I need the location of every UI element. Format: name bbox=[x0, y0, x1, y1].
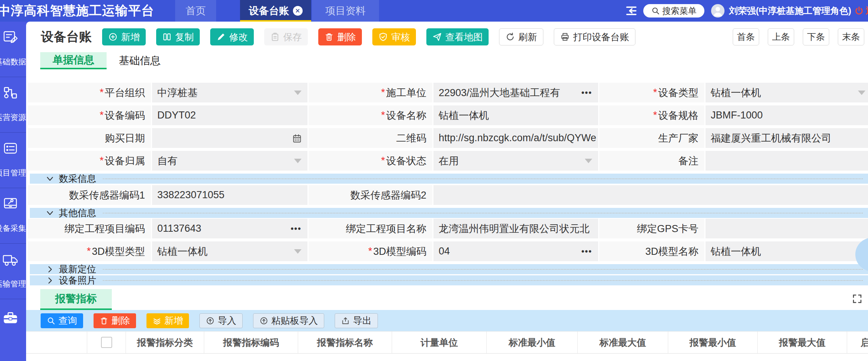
column-header[interactable]: 标准最大值 bbox=[578, 332, 668, 353]
trash-icon bbox=[324, 32, 334, 42]
import-button[interactable]: 导入 bbox=[199, 313, 243, 328]
avatar[interactable] bbox=[711, 4, 725, 18]
form-row: 绑定工程项目编码 01137643 ••• 绑定工程项目名称 龙湾温州伟明置业有… bbox=[28, 219, 868, 238]
alarm-delete-button[interactable]: 删除 bbox=[94, 313, 136, 328]
ownership-select[interactable]: 自有 bbox=[152, 151, 307, 171]
fullscreen-icon[interactable] bbox=[852, 293, 863, 304]
column-header[interactable]: 计量单位 bbox=[392, 332, 487, 353]
form-row: 购买日期 bbox=[28, 128, 868, 148]
add-button[interactable]: 新增 bbox=[102, 28, 146, 45]
construction-unit-field[interactable]: 22903/温州大地基础工程有 ••• bbox=[433, 83, 598, 102]
qr-code-field[interactable]: http://sg.nbzcgk.com/a/t/sub/QYWe bbox=[433, 128, 598, 148]
required-mark: * bbox=[653, 110, 657, 121]
next-record-button[interactable]: 下条 bbox=[803, 28, 829, 45]
required-mark: * bbox=[381, 155, 385, 167]
model3d-code-field[interactable]: 04 ••• bbox=[433, 241, 598, 261]
chevron-down-icon bbox=[45, 174, 54, 183]
refresh-icon bbox=[505, 32, 515, 42]
alarm-add-button[interactable]: 新增 bbox=[146, 313, 189, 328]
tab-base-info[interactable]: 基础信息 bbox=[107, 52, 173, 69]
model3d-name-field[interactable]: 钻植一体机 bbox=[706, 241, 868, 261]
close-icon[interactable]: ✕ bbox=[293, 6, 303, 16]
section-data-collection[interactable]: 数采信息 bbox=[30, 174, 868, 184]
sidebar-item-transport-management[interactable]: 运输管理 bbox=[0, 244, 26, 299]
form-row: * 设备编码 DDYT02 * 设备名称 钻植一体机 * bbox=[28, 105, 868, 125]
purchase-date-label: 购买日期 bbox=[28, 128, 151, 148]
device-spec-field[interactable]: JBMF-1000 bbox=[706, 105, 868, 125]
sensor-code1-field[interactable]: 338223071055 bbox=[152, 185, 307, 205]
select-all-checkbox[interactable] bbox=[101, 337, 112, 348]
upload-icon bbox=[259, 316, 268, 325]
last-record-button[interactable]: 末条 bbox=[838, 28, 864, 45]
search-menu-button[interactable]: 搜索菜单 bbox=[643, 4, 704, 18]
manufacturer-label: 生产厂家 bbox=[599, 128, 704, 148]
section-divider-line bbox=[103, 213, 863, 213]
ellipsis-button[interactable]: ••• bbox=[581, 247, 592, 256]
manufacturer-field[interactable]: 福建厦兴重工机械有限公司 bbox=[706, 128, 868, 148]
device-code-label: * 设备编码 bbox=[28, 105, 151, 125]
device-type-select[interactable]: 钻植一体机 bbox=[706, 83, 868, 102]
section-other-info[interactable]: 其他信息 bbox=[30, 208, 868, 218]
sidebar-item-device-collection[interactable]: 设备采集 bbox=[0, 188, 26, 244]
sensor-code2-field[interactable] bbox=[433, 185, 868, 205]
print-button[interactable]: 打印设备台账 bbox=[554, 28, 635, 45]
view-map-button[interactable]: 查看地图 bbox=[426, 28, 489, 45]
column-header[interactable]: 报警指标名称 bbox=[298, 332, 392, 353]
model3d-type-select[interactable]: 钻植一体机 bbox=[152, 241, 307, 261]
gps-card-field[interactable] bbox=[706, 219, 868, 238]
column-header[interactable]: 报警指标分类 bbox=[126, 332, 204, 353]
sidebar-item-project-management[interactable]: 项目管理 bbox=[0, 133, 26, 188]
tab-doc-info[interactable]: 单据信息 bbox=[40, 52, 107, 69]
device-name-field[interactable]: 钻植一体机 bbox=[433, 105, 598, 125]
sidebar-item-base-data[interactable]: 基础数据 bbox=[0, 22, 26, 77]
purchase-date-field[interactable] bbox=[152, 128, 307, 148]
export-icon bbox=[341, 316, 350, 325]
calendar-icon[interactable] bbox=[292, 133, 302, 143]
platform-org-select[interactable]: 中淳桩基 bbox=[152, 83, 307, 102]
logout-button[interactable]: 退出 bbox=[854, 5, 868, 17]
export-button[interactable]: 导出 bbox=[335, 313, 378, 328]
sidebar-item-toolbox[interactable] bbox=[0, 299, 26, 355]
form-row: * 设备归属 自有 * 设备状态 在用 bbox=[28, 151, 868, 171]
topbar: 中淳高科智慧施工运输平台 首页 设备台账 ✕ 项目资料 bbox=[0, 0, 868, 22]
form-row: 数采传感器编码1 338223071055 数采传感器编码2 bbox=[28, 185, 868, 205]
refresh-button[interactable]: 刷新 bbox=[499, 28, 543, 45]
sensor-code2-label: 数采传感器编码2 bbox=[309, 185, 432, 205]
ellipsis-button[interactable]: ••• bbox=[581, 88, 592, 98]
tab-device-ledger[interactable]: 设备台账 ✕ bbox=[240, 0, 311, 22]
shield-check-icon bbox=[378, 32, 388, 42]
save-button[interactable]: 保存 bbox=[264, 28, 308, 45]
chevron-down-icon bbox=[294, 249, 302, 254]
column-header[interactable]: 标准最小值 bbox=[487, 332, 578, 353]
tab-project-docs[interactable]: 项目资料 bbox=[312, 0, 379, 22]
edit-button[interactable]: 修改 bbox=[210, 28, 254, 45]
required-mark: * bbox=[653, 87, 657, 98]
section-latest-location[interactable]: 最新定位 bbox=[30, 264, 868, 274]
device-code-field[interactable]: DDYT02 bbox=[152, 105, 307, 125]
page-title: 设备台账 bbox=[41, 28, 92, 45]
section-device-photos[interactable]: 设备照片 bbox=[30, 275, 868, 285]
column-header[interactable]: 启用 bbox=[847, 332, 868, 353]
device-status-select[interactable]: 在用 bbox=[433, 151, 598, 171]
ellipsis-button[interactable]: ••• bbox=[291, 224, 302, 234]
column-header[interactable]: 报警最小值 bbox=[668, 332, 758, 353]
column-header[interactable]: 报警最大值 bbox=[758, 332, 847, 353]
clipboard-icon bbox=[270, 32, 280, 42]
copy-button[interactable]: 复制 bbox=[156, 28, 200, 45]
column-header[interactable]: 报警指标编码 bbox=[204, 332, 298, 353]
tab-alarm-indicators[interactable]: 报警指标 bbox=[40, 289, 112, 310]
audit-button[interactable]: 审核 bbox=[372, 28, 416, 45]
tab-home[interactable]: 首页 bbox=[175, 0, 216, 22]
first-record-button[interactable]: 首条 bbox=[733, 28, 759, 45]
query-button[interactable]: 查询 bbox=[41, 313, 83, 328]
sidebar-item-operation-resources[interactable]: 运营资源 bbox=[0, 77, 26, 133]
delete-button[interactable]: 删除 bbox=[318, 28, 362, 45]
paste-import-button[interactable]: 粘贴板导入 bbox=[253, 313, 324, 328]
record-nav: 首条 上条 下条 末条 bbox=[733, 28, 868, 45]
user-name[interactable]: 刘荣强(中淳桩基施工管理角色) bbox=[729, 5, 851, 17]
menu-collapse-icon[interactable] bbox=[625, 4, 638, 18]
remark-field[interactable] bbox=[706, 151, 868, 171]
project-code-field[interactable]: 01137643 ••• bbox=[152, 219, 307, 238]
prev-record-button[interactable]: 上条 bbox=[768, 28, 794, 45]
project-name-field[interactable]: 龙湾温州伟明置业有限公司状元北 bbox=[433, 219, 598, 238]
